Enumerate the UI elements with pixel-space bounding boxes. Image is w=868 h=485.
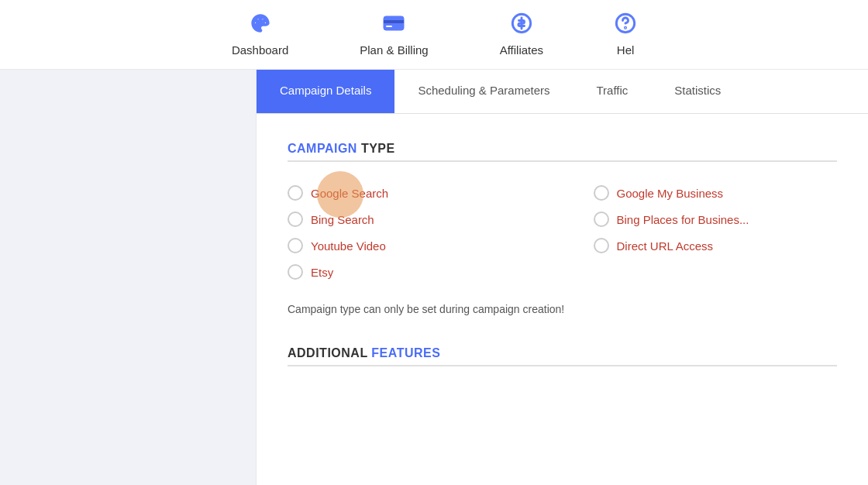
section-divider [288, 160, 837, 162]
nav-item-plan-billing[interactable]: Plan & Billing [347, 5, 440, 64]
label-youtube-video: Youtube Video [311, 239, 386, 253]
option-bing-search[interactable]: Bing Search [288, 212, 563, 227]
tab-traffic[interactable]: Traffic [573, 70, 651, 113]
svg-rect-6 [384, 20, 404, 23]
radio-bing-search[interactable] [288, 212, 303, 227]
label-bing-places: Bing Places for Busines... [617, 213, 749, 226]
dollar-icon [511, 12, 532, 39]
svg-point-3 [261, 18, 264, 21]
tab-scheduling[interactable]: Scheduling & Parameters [394, 70, 573, 113]
sidebar [0, 70, 256, 485]
option-etsy[interactable]: Etsy [288, 264, 563, 280]
radio-direct-url[interactable] [594, 238, 609, 253]
content-body: CAMPAIGN TYPE Google Search Bing Search [257, 114, 868, 418]
options-left: Google Search Bing Search Youtube Video … [288, 185, 563, 280]
option-youtube-video[interactable]: Youtube Video [288, 238, 563, 253]
main-layout: Campaign Details Scheduling & Parameters… [0, 70, 868, 485]
tab-statistics[interactable]: Statistics [651, 70, 744, 113]
campaign-options: Google Search Bing Search Youtube Video … [288, 185, 837, 280]
radio-google-search[interactable] [288, 185, 303, 201]
label-etsy: Etsy [311, 266, 333, 279]
nav-label-dashboard: Dashboard [232, 43, 288, 57]
svg-point-4 [264, 22, 267, 25]
features-divider [288, 365, 837, 366]
radio-youtube-video[interactable] [288, 238, 303, 253]
nav-label-help: Hel [617, 43, 635, 57]
label-google-my-business: Google My Business [617, 187, 724, 200]
campaign-type-title: CAMPAIGN TYPE [288, 142, 837, 156]
option-bing-places[interactable]: Bing Places for Busines... [594, 212, 838, 227]
option-google-search[interactable]: Google Search [288, 185, 563, 201]
nav-item-affiliates[interactable]: Affiliates [487, 5, 556, 64]
tab-campaign-details[interactable]: Campaign Details [257, 70, 394, 113]
label-bing-search: Bing Search [311, 213, 374, 226]
tab-bar: Campaign Details Scheduling & Parameters… [257, 70, 868, 114]
nav-label-affiliates: Affiliates [500, 43, 543, 57]
radio-google-my-business[interactable] [594, 185, 609, 201]
top-navigation: Dashboard Plan & Billing Affiliates [0, 0, 868, 70]
help-icon [615, 12, 636, 39]
option-google-my-business[interactable]: Google My Business [594, 185, 838, 201]
radio-etsy[interactable] [288, 264, 303, 280]
content-area: Campaign Details Scheduling & Parameters… [256, 70, 868, 485]
option-direct-url[interactable]: Direct URL Access [594, 238, 838, 253]
svg-point-10 [625, 27, 626, 28]
label-google-search: Google Search [311, 187, 388, 200]
card-icon [383, 12, 405, 39]
svg-rect-7 [386, 26, 392, 27]
radio-bing-places[interactable] [594, 212, 609, 227]
palette-icon [250, 12, 271, 39]
nav-item-dashboard[interactable]: Dashboard [219, 5, 301, 64]
campaign-notice: Campaign type can only be set during cam… [288, 303, 837, 315]
options-right: Google My Business Bing Places for Busin… [563, 185, 838, 280]
nav-label-plan-billing: Plan & Billing [360, 43, 428, 57]
label-direct-url: Direct URL Access [617, 239, 713, 253]
nav-item-help[interactable]: Hel [602, 5, 649, 64]
svg-point-2 [257, 18, 260, 21]
additional-features-title: ADDITIONAL FEATURES [288, 346, 837, 360]
svg-point-1 [253, 22, 257, 25]
